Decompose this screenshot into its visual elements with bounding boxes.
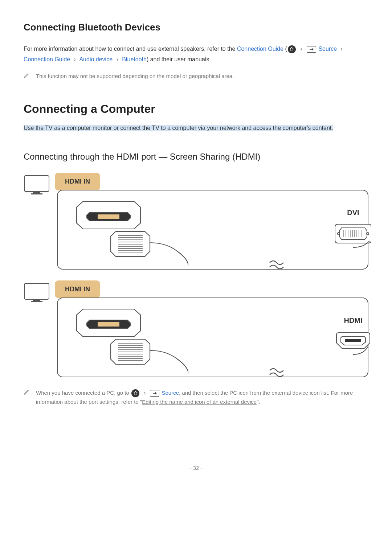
- link-source[interactable]: Source: [162, 390, 179, 396]
- note-bluetooth: This function may not be supported depen…: [24, 71, 368, 81]
- port-box-dvi: DVI: [57, 190, 368, 270]
- hdmi-connector: HDMI: [335, 316, 371, 357]
- chevron-right-icon: ›: [144, 388, 146, 398]
- hdmi-in-label: HDMI IN: [55, 173, 100, 190]
- hdmi-port-icon: [335, 327, 371, 356]
- diagram-area: HDMI IN: [24, 173, 368, 377]
- cable-wave-icon: [269, 260, 284, 271]
- svg-rect-3: [98, 214, 119, 219]
- source-icon: [150, 390, 159, 397]
- link-connection-guide-2[interactable]: Connection Guide: [24, 56, 70, 62]
- hdmi-plug-illustration: [72, 197, 188, 266]
- note-text: When you have connected a PC, go to › So…: [36, 388, 368, 407]
- svg-rect-26: [31, 301, 42, 302]
- diagram-hdmi-dvi: HDMI IN: [24, 173, 368, 270]
- hdmi-plug-illustration: [72, 305, 188, 374]
- text: ".: [257, 399, 260, 405]
- tv-icon: [24, 283, 50, 303]
- hdmi-label: HDMI: [335, 316, 371, 325]
- xref-editing-name[interactable]: Editing the name and icon of an external…: [142, 399, 257, 405]
- svg-point-13: [338, 233, 340, 235]
- svg-rect-1: [33, 192, 40, 193]
- chevron-right-icon: ›: [341, 44, 343, 54]
- chevron-right-icon: ›: [300, 44, 302, 54]
- link-bluetooth[interactable]: Bluetooth: [122, 56, 147, 62]
- svg-rect-2: [31, 193, 42, 194]
- tv-icon: [24, 175, 50, 195]
- text: When you have connected a PC, go to: [36, 390, 131, 396]
- svg-rect-25: [33, 300, 40, 301]
- source-icon: [307, 46, 316, 53]
- hdmi-in-label: HDMI IN: [55, 280, 100, 298]
- note-pc-source: When you have connected a PC, go to › So…: [24, 388, 368, 407]
- dvi-port-icon: [335, 219, 371, 248]
- page-number: - 32 -: [24, 465, 368, 471]
- note-text: This function may not be supported depen…: [36, 71, 234, 81]
- heading-bluetooth: Connecting Bluetooth Devices: [24, 22, 368, 33]
- port-box-hdmi: HDMI: [57, 297, 368, 377]
- svg-rect-0: [24, 176, 49, 192]
- highlighted-text: Use the TV as a computer monitor or conn…: [24, 125, 333, 131]
- dvi-label: DVI: [335, 209, 371, 217]
- svg-rect-24: [24, 283, 49, 299]
- paragraph-computer-intro: Use the TV as a computer monitor or conn…: [24, 123, 368, 134]
- chevron-right-icon: ›: [117, 54, 118, 65]
- text: ) and their user manuals.: [147, 56, 211, 62]
- text: For more information about how to connec…: [24, 46, 237, 52]
- pencil-icon: [24, 389, 29, 395]
- pencil-icon: [24, 73, 29, 78]
- home-icon: [131, 389, 139, 397]
- svg-rect-37: [345, 339, 361, 342]
- link-source[interactable]: Source: [318, 46, 337, 52]
- diagram-hdmi-hdmi: HDMI IN: [24, 280, 368, 377]
- heading-connecting-computer: Connecting a Computer: [24, 102, 368, 116]
- link-connection-guide[interactable]: Connection Guide: [237, 46, 283, 52]
- cable-wave-icon: [269, 368, 284, 378]
- dvi-connector: DVI: [335, 209, 371, 250]
- chevron-right-icon: ›: [74, 54, 76, 65]
- home-icon: [288, 45, 296, 53]
- heading-hdmi-sharing: Connecting through the HDMI port — Scree…: [24, 152, 368, 162]
- svg-point-14: [367, 233, 369, 235]
- svg-rect-27: [98, 322, 119, 327]
- text-paren-open: (: [285, 46, 287, 52]
- paragraph-bluetooth-intro: For more information about how to connec…: [24, 44, 368, 65]
- link-audio-device[interactable]: Audio device: [79, 56, 113, 62]
